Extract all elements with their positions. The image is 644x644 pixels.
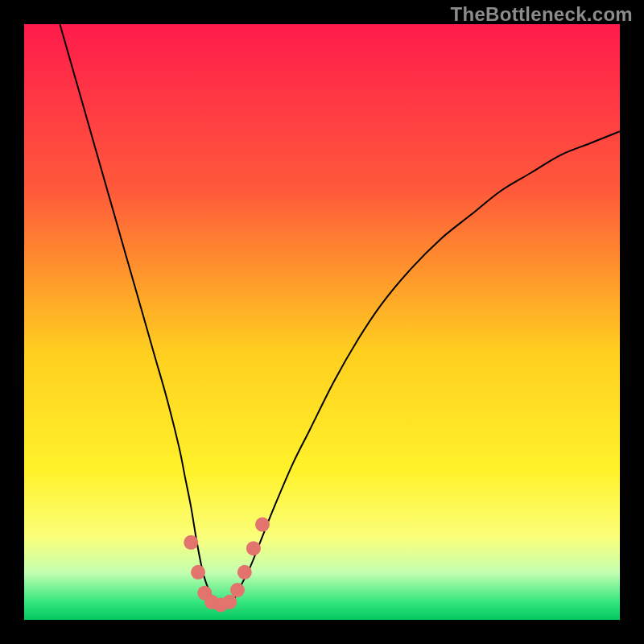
chart-background <box>24 24 620 620</box>
chart-frame: TheBottleneck.com <box>0 0 644 644</box>
marker-point <box>246 541 261 555</box>
chart-svg <box>24 24 620 620</box>
marker-point <box>230 583 245 597</box>
marker-point <box>184 535 198 550</box>
marker-point <box>237 565 252 580</box>
marker-point <box>191 565 205 580</box>
marker-point <box>222 595 237 609</box>
chart-plot-area <box>24 24 620 620</box>
marker-point <box>255 518 270 532</box>
watermark-text: TheBottleneck.com <box>451 3 633 26</box>
